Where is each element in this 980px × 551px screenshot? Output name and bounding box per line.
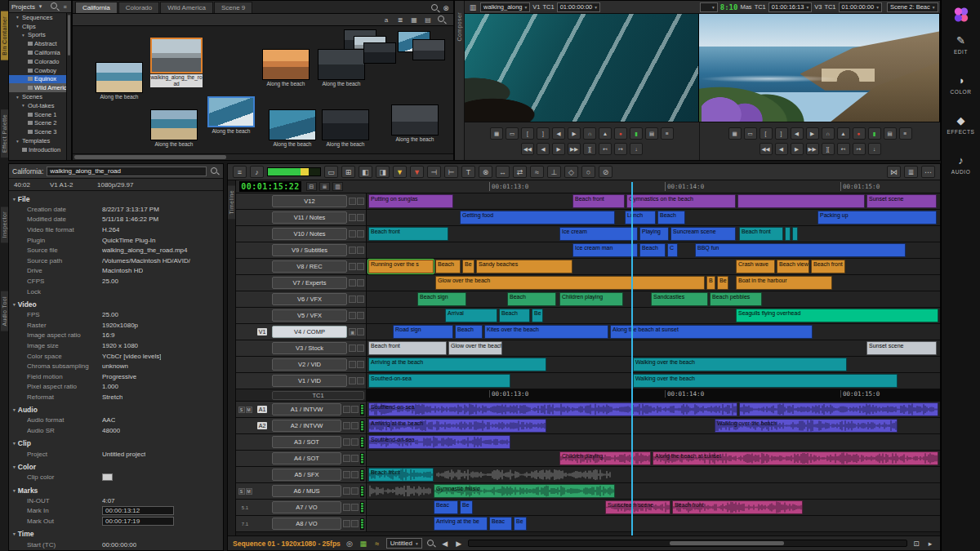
track-button-v6[interactable]: V6 / VFX xyxy=(272,293,347,305)
track-lane-v2[interactable]: Arriving at the beachWalking over the be… xyxy=(367,357,940,372)
tree-item-clips[interactable]: ▾Clips xyxy=(9,22,71,31)
left-rail-tab-inspector[interactable]: Inspector xyxy=(1,207,8,242)
timeline-clip[interactable]: Beach xyxy=(507,292,556,306)
track-button-v12[interactable]: V12 xyxy=(272,195,347,207)
trim-right-icon[interactable]: ⊢ xyxy=(444,166,458,178)
timeline-clip[interactable]: Glow over the beach xyxy=(435,276,705,290)
projects-scrollbar[interactable] xyxy=(66,13,71,160)
track-lane-a6[interactable]: Gymnastic music xyxy=(367,483,940,499)
timecode-window-button[interactable]: ▭ xyxy=(744,127,757,140)
monitor-menu-button[interactable]: ≡ xyxy=(661,127,674,140)
twirl-down-icon[interactable]: ▾ xyxy=(16,15,22,20)
tree-item-wild-america[interactable]: Wild America xyxy=(9,83,71,92)
track-lane-v12[interactable]: Putting on sunglasBeach frontGymnastics … xyxy=(367,193,940,209)
overwrite-button[interactable]: ↦ xyxy=(853,143,866,155)
section-header[interactable]: ▾Color xyxy=(9,461,223,472)
track-button-a1[interactable]: A1 / INTVW xyxy=(272,403,341,415)
workspace-effects[interactable]: ◆EFFECTS xyxy=(947,114,975,135)
track-lock-icon[interactable] xyxy=(351,455,359,462)
track-lane-v4[interactable]: Road signBeachKites over the beachAlong … xyxy=(367,324,940,340)
projects-menu-icon[interactable]: ≡ xyxy=(61,2,69,11)
splice-in-icon[interactable]: ▼ xyxy=(393,166,407,178)
tree-item-colorado[interactable]: Colorado xyxy=(9,57,71,66)
track-monitor-icon[interactable] xyxy=(343,487,350,495)
timeline-clip[interactable]: Arriving at the beach xyxy=(368,419,546,433)
mark-out-button[interactable]: ] xyxy=(537,127,550,140)
timeline-clip[interactable]: Children playing xyxy=(559,292,623,306)
timeline-ruler[interactable]: 00:01:13:000:01:14:000:01:15:0 xyxy=(367,180,940,193)
track-button-v9[interactable]: V9 / Subtitles xyxy=(272,244,347,256)
timeline-clip[interactable] xyxy=(792,227,798,241)
timeline-clip[interactable]: Packing up xyxy=(817,211,937,224)
track-monitor-icon[interactable] xyxy=(343,406,350,413)
timeline-clip[interactable]: Seagulls flying overhead xyxy=(736,309,938,322)
timeline-clip[interactable]: Beach front xyxy=(572,194,625,208)
track-lane-v11[interactable]: Getting foodLunchBeachPacking up xyxy=(367,210,940,225)
bin-clip-stack-thumb[interactable] xyxy=(412,39,445,60)
timeline-scrollbar-thumb[interactable] xyxy=(670,541,783,545)
fast-forward-button[interactable]: ▶▶ xyxy=(568,143,581,155)
bin-clip[interactable]: Along the beach xyxy=(207,96,255,135)
timeline-clip[interactable]: Beach xyxy=(455,325,483,339)
tool-palette-button[interactable]: ▤ xyxy=(645,127,658,140)
slip-icon[interactable]: ↔ xyxy=(496,166,510,178)
timeline-clip[interactable]: Along the beach at sunset xyxy=(653,451,938,465)
track-lock-icon[interactable] xyxy=(351,520,359,527)
track-lock-icon[interactable] xyxy=(357,230,364,238)
bin-clip[interactable]: Along the beach xyxy=(391,104,439,143)
video-quality-button[interactable]: ▦ xyxy=(490,127,503,140)
tree-item-introduction[interactable]: Introduction xyxy=(9,145,71,154)
section-header[interactable]: ▾File xyxy=(9,193,223,204)
playhead[interactable] xyxy=(631,182,633,535)
source-patch-a1[interactable]: A1 xyxy=(257,406,268,413)
tree-item-scene-1[interactable]: Scene 1 xyxy=(9,110,71,119)
bin-tab-search-icon[interactable] xyxy=(430,3,440,13)
step-backward-button[interactable]: ◀ xyxy=(791,127,804,140)
timeline-scroll-right-icon[interactable]: ▶ xyxy=(454,539,464,549)
timeline-view-menu[interactable]: Untitled▾ xyxy=(386,538,422,549)
track-button-a2[interactable]: A2 / INTVW xyxy=(272,420,341,432)
timeline-clip[interactable]: Sunset scene xyxy=(866,341,937,355)
timeline-clip[interactable]: Beach xyxy=(639,243,666,257)
timeline-clip[interactable]: Playing xyxy=(639,227,669,241)
track-button-v11[interactable]: V11 / Notes xyxy=(272,211,347,224)
track-monitor-icon[interactable] xyxy=(343,422,350,429)
track-lock-icon[interactable] xyxy=(357,344,364,352)
bin-clip[interactable]: Along the beach xyxy=(318,49,365,87)
title-tool-icon[interactable]: T xyxy=(461,166,475,178)
track-monitor-icon[interactable] xyxy=(343,520,350,527)
monitor-menu-button[interactable]: ≡ xyxy=(899,127,912,140)
twirl-down-icon[interactable]: ▾ xyxy=(16,139,22,144)
fast-forward-button[interactable]: ▶▶ xyxy=(806,143,819,155)
source-clip-menu[interactable]: walking_along▾ xyxy=(480,2,530,12)
bin-horizontal-scrollbar[interactable] xyxy=(73,153,453,160)
timeline-clip[interactable]: Walking over the beach xyxy=(715,419,898,433)
timeline-clip[interactable] xyxy=(368,484,432,498)
timeline-view-icon[interactable]: ▥ xyxy=(332,182,343,191)
track-lane-a7[interactable]: BeacBeSunscream sceneBeach front xyxy=(367,500,940,515)
bin-clip[interactable]: Along the beach xyxy=(150,109,198,148)
track-lane-tc1[interactable]: 00:01:13:000:01:14:000:01:15:0 xyxy=(367,389,940,401)
track-lock-icon[interactable] xyxy=(351,504,359,511)
timeline-clip[interactable]: BBQ fun xyxy=(695,243,906,257)
timeline-clip[interactable]: Southend-on-sea xyxy=(368,435,510,449)
track-lane-v7[interactable]: Glow over the beachBBeBoat in the harbou… xyxy=(367,275,940,291)
sequence-menu[interactable]: Scene 2: Beac▾ xyxy=(887,2,938,12)
timeline-clip[interactable]: Arriving at the beach xyxy=(368,358,546,371)
mark-in-button[interactable]: [ xyxy=(521,127,534,140)
twirl-down-icon[interactable]: ▾ xyxy=(16,24,22,29)
effect-mode-icon[interactable]: ◇ xyxy=(564,166,578,178)
more-icon[interactable]: ⋯ xyxy=(921,166,935,178)
timeline-clip[interactable]: Be xyxy=(717,276,728,290)
record-indicator[interactable]: ● xyxy=(614,127,627,140)
timeline-clip[interactable] xyxy=(739,402,938,416)
timeline-clip[interactable]: Ice cream man xyxy=(572,243,638,257)
track-lock-icon[interactable] xyxy=(351,422,359,429)
track-button-v3[interactable]: V3 / Stock xyxy=(272,342,347,354)
timeline-clip[interactable]: Be xyxy=(460,500,473,514)
timeline-clip[interactable]: Beach xyxy=(435,260,461,273)
timeline-menu-icon[interactable]: ≡ xyxy=(233,166,247,178)
script-view-icon[interactable]: ≣ xyxy=(395,15,405,24)
track-monitor-icon[interactable]: ▣ xyxy=(349,328,356,335)
tree-item-cowboy[interactable]: Cowboy xyxy=(9,66,71,75)
